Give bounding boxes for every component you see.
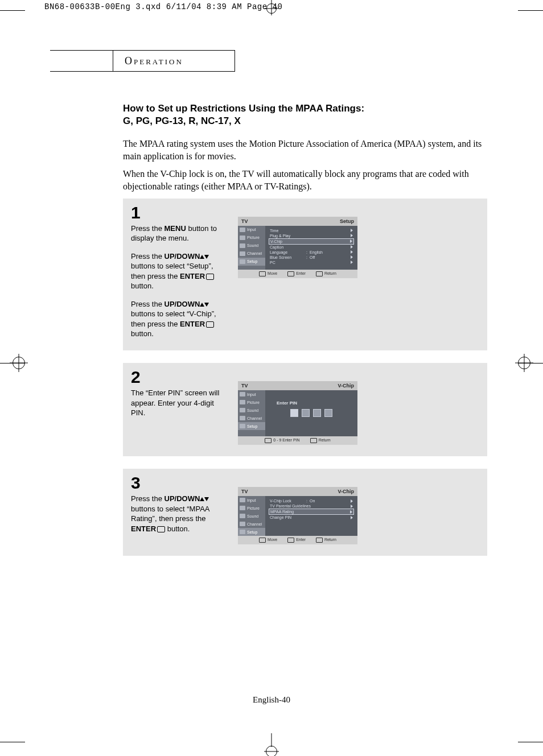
osd-main: TimePlug & PlayV-ChipCaptionLanguage:Eng… [265, 226, 357, 270]
osd-row: Plug & Play [269, 233, 354, 238]
crop-mark [0, 742, 25, 742]
osd-tab: Sound [238, 512, 265, 520]
step-instruction: The “Enter PIN” screen will appear. Ente… [131, 388, 228, 418]
step-instruction: Press the UP/DOWN buttons to select “V-C… [131, 299, 228, 339]
section-label: Operation [125, 55, 183, 67]
step-block: 1Press the MENU button to display the me… [123, 199, 487, 350]
osd-pin-box [290, 409, 298, 417]
osd-tab: Input [238, 390, 265, 398]
osd-tab: Channel [238, 520, 265, 528]
chevron-right-icon [351, 499, 353, 503]
osd-footer: 0 - 9 Enter PINReturn [238, 436, 357, 445]
enter-icon [205, 272, 214, 280]
osd-tab: Picture [238, 234, 265, 242]
osd-title-right: V-Chip [338, 489, 355, 494]
crop-mark [518, 10, 543, 11]
up-down-arrows-icon [200, 300, 209, 308]
osd-foot-hint: Enter [287, 271, 306, 276]
page-number: English-40 [0, 695, 543, 705]
osd-tab: Sound [238, 242, 265, 250]
osd-foot-hint: Return [316, 271, 336, 276]
osd-tab: Channel [238, 414, 265, 422]
osd-screenshot: TVV-ChipInputPictureSoundChannelSetupEnt… [238, 381, 357, 445]
up-down-arrows-icon [200, 494, 209, 503]
step-number: 3 [131, 474, 228, 491]
osd-row: V-Chip Lock:On [269, 498, 354, 503]
osd-pin-box [313, 409, 321, 417]
osd-tab: Input [238, 226, 265, 234]
crop-mark [518, 742, 543, 742]
chevron-right-icon [351, 250, 353, 254]
osd-tab: Picture [238, 398, 265, 406]
osd-tab-icon [240, 392, 245, 396]
osd-sidebar: InputPictureSoundChannelSetup [238, 390, 265, 436]
step-number: 1 [131, 204, 228, 221]
osd-title-right: V-Chip [338, 383, 355, 389]
osd-tab: Sound [238, 406, 265, 414]
osd-tab: Setup [238, 528, 265, 536]
osd-title-right: Setup [340, 218, 354, 224]
step-block: 2The “Enter PIN” screen will appear. Ent… [123, 363, 487, 456]
osd-foot-hint: Enter [287, 538, 306, 543]
chevron-right-icon [351, 505, 353, 508]
osd-tab-icon [240, 408, 245, 412]
chevron-right-icon [351, 245, 353, 249]
osd-tab-icon [240, 522, 245, 526]
osd-enter-pin-label: Enter PIN [277, 400, 354, 406]
osd-tab: Channel [238, 250, 265, 258]
intro-paragraph: When the V-Chip lock is on, the TV will … [123, 168, 487, 192]
osd-tab: Setup [238, 422, 265, 430]
osd-pin-box [324, 409, 332, 417]
osd-row: TV Parental Guidelines [269, 503, 354, 509]
osd-row: Time [269, 228, 354, 233]
enter-icon [156, 524, 165, 533]
osd-tab: Picture [238, 504, 265, 512]
chevron-right-icon [350, 239, 352, 243]
osd-footer: MoveEnterReturn [238, 536, 357, 544]
chevron-right-icon [351, 234, 353, 237]
osd-row: V-Chip [269, 238, 354, 245]
osd-footer: MoveEnterReturn [238, 270, 357, 278]
osd-foot-hint: Move [259, 538, 277, 543]
osd-tab-icon [240, 498, 245, 502]
osd-tab-icon [240, 228, 245, 232]
osd-tab-icon [240, 424, 245, 428]
osd-tab-icon [240, 236, 245, 240]
osd-pin-row [269, 409, 354, 417]
osd-tab-icon [240, 514, 245, 518]
osd-sidebar: InputPictureSoundChannelSetup [238, 496, 265, 536]
chevron-right-icon [351, 261, 353, 264]
osd-tab-icon [240, 506, 245, 510]
osd-screenshot: TVSetupInputPictureSoundChannelSetupTime… [238, 217, 357, 278]
up-down-arrows-icon [200, 252, 209, 261]
osd-title-left: TV [241, 383, 248, 389]
osd-foot-hint: Move [259, 271, 277, 276]
chevron-right-icon [351, 516, 353, 519]
osd-tab-icon [240, 259, 245, 264]
osd-row: Language:English [269, 250, 354, 255]
step-block: 3Press the UP/DOWN buttons to select “MP… [123, 469, 487, 556]
crop-mark [0, 10, 25, 11]
step-number: 2 [131, 369, 228, 386]
osd-row: Blue Screen:Off [269, 255, 354, 260]
page-title: How to Set up Restrictions Using the MPA… [123, 102, 487, 127]
osd-sidebar: InputPictureSoundChannelSetup [238, 226, 265, 270]
chevron-right-icon [351, 229, 353, 232]
osd-main: Enter PIN [265, 390, 357, 436]
osd-tab-icon [240, 243, 245, 248]
osd-tab: Setup [238, 258, 265, 266]
osd-row: Change PIN [269, 515, 354, 520]
chevron-right-icon [350, 510, 352, 514]
osd-pin-box [302, 409, 310, 417]
registration-mark [13, 357, 25, 369]
osd-row: Caption [269, 245, 354, 250]
osd-tab: Input [238, 496, 265, 504]
osd-foot-hint: 0 - 9 Enter PIN [265, 438, 299, 443]
fold-mark-top [266, 3, 277, 14]
step-instruction: Press the MENU button to display the men… [131, 224, 228, 243]
osd-row: PC [269, 260, 354, 265]
section-header: Operation [50, 50, 494, 72]
osd-title-left: TV [241, 218, 248, 224]
registration-mark [518, 357, 530, 369]
print-slug: BN68-00633B-00Eng 3.qxd 6/11/04 8:39 AM … [44, 2, 282, 11]
